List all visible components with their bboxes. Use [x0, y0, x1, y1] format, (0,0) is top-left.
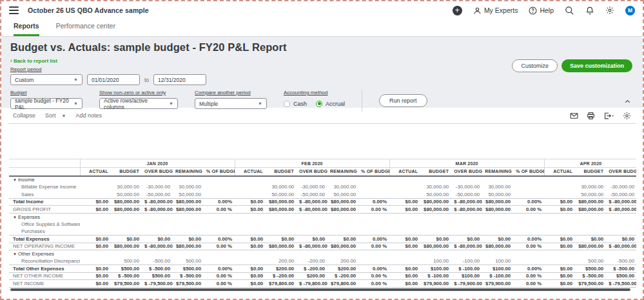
cell: $0.00	[235, 198, 266, 206]
date-from-input[interactable]: 01/01/2020	[87, 74, 140, 85]
cell	[513, 228, 544, 235]
cell: -500.00	[142, 257, 173, 265]
show-nonzero-select[interactable]: Active rows/active columns▼	[99, 98, 178, 109]
row-label[interactable]: ▼Expenses	[9, 213, 80, 221]
table-row: Total Expenses$0.00$0.00$0.00$0.000.00%$…	[9, 235, 636, 243]
cell	[389, 213, 420, 221]
row-label: Total Other Expenses	[9, 265, 80, 273]
tab-performance-center[interactable]: Performance center	[56, 22, 115, 36]
cell: $ -80,000.00	[606, 206, 636, 214]
cell: $0.00	[80, 206, 111, 214]
cell: $80,000.00	[111, 206, 142, 214]
cell: 500.00	[575, 257, 606, 265]
cell	[389, 191, 420, 199]
row-label: Reconciliation Discrepancies	[9, 257, 80, 265]
cell	[544, 250, 575, 258]
header-action-buttons: Customize Save customization	[512, 59, 632, 72]
notifications-bell-icon[interactable]	[585, 6, 594, 15]
quick-create-icon[interactable]: +	[453, 6, 462, 15]
print-icon[interactable]	[587, 112, 595, 120]
cell	[451, 176, 482, 184]
cell: 30,000.00	[482, 183, 513, 191]
cell: $0.00	[297, 235, 327, 243]
cell	[513, 213, 544, 221]
to-label: to	[144, 77, 149, 83]
cell	[111, 213, 142, 221]
cell: $80,000.00	[173, 198, 204, 206]
cell: $80,000.00	[111, 243, 142, 250]
cash-radio[interactable]: Cash	[284, 101, 307, 107]
report-header-region: Budget vs. Actuals: sample budget - FY20…	[1, 37, 643, 108]
export-icon[interactable]	[603, 112, 614, 120]
cell: 100.00	[482, 257, 513, 265]
row-label: Total Income	[9, 198, 80, 206]
row-label[interactable]: ▼Income	[9, 176, 80, 184]
column-header: OVER BUDGET	[451, 168, 482, 176]
cell	[358, 183, 389, 191]
cell: $80,000.00	[420, 206, 451, 214]
chevron-down-icon: ▼	[73, 101, 78, 106]
cell	[235, 191, 266, 199]
table-row: Total Income$0.00$80,000.00$ -80,000.00$…	[9, 198, 636, 206]
cell: $ -80,000.00	[297, 198, 327, 206]
cell: $0.00	[80, 272, 111, 280]
tab-reports[interactable]: Reports	[14, 22, 39, 36]
cell	[266, 221, 297, 228]
save-customization-button[interactable]: Save customization	[561, 59, 632, 72]
column-header: BUDGET	[575, 168, 606, 176]
cell	[173, 228, 204, 235]
cell: $80,000.00	[327, 243, 358, 250]
cell: 0.00%	[513, 198, 544, 206]
cell: 0.00 %	[204, 280, 235, 288]
help-button[interactable]: Help	[529, 6, 554, 15]
settings-gear-icon[interactable]	[605, 6, 614, 15]
table-row: Sales50,000.00-50,000.0050,000.0050,000.…	[9, 191, 636, 199]
cell: 0.00%	[358, 265, 389, 273]
collapse-triangle-icon: ▼	[13, 178, 17, 182]
horizontal-scrollbar[interactable]	[10, 288, 630, 291]
budget-select[interactable]: sample budget - FY20 P&L▼	[10, 98, 83, 109]
cell	[544, 191, 575, 199]
cell	[575, 228, 606, 235]
month-header: APR 2020	[544, 159, 636, 168]
cell: 0.00 %	[358, 243, 389, 250]
add-notes-button[interactable]: Add notes	[75, 112, 102, 119]
my-experts-button[interactable]: My Experts	[473, 6, 518, 15]
cell: 30,000.00	[575, 183, 606, 191]
table-row: ▼Other Expenses	[9, 250, 636, 258]
cell	[204, 221, 235, 228]
cell: 0.00%	[204, 235, 235, 243]
cell: $79,900.00	[482, 280, 513, 288]
report-settings-gear-icon[interactable]	[623, 112, 631, 120]
back-to-report-list-link[interactable]: ‹ Back to report list	[10, 58, 57, 64]
cell	[111, 250, 142, 258]
sort-button[interactable]: Sort▼	[45, 112, 66, 119]
compare-period-label: Compare another period	[195, 90, 251, 95]
cell: $100.00	[451, 272, 482, 280]
compare-period-select[interactable]: Multiple▼	[195, 98, 267, 109]
accrual-radio[interactable]: Accrual	[316, 101, 345, 107]
customize-button[interactable]: Customize	[512, 59, 558, 72]
collapse-filters-chevron-up-icon[interactable]	[624, 98, 631, 105]
row-label[interactable]: ▼Other Expenses	[9, 250, 80, 258]
email-icon[interactable]	[570, 112, 578, 120]
table-row: Office Supplies & Software	[9, 221, 636, 228]
column-header: OVER BUDGET	[297, 168, 327, 176]
period-preset-select[interactable]: Custom▼	[10, 74, 83, 85]
cell: $500.00	[575, 265, 606, 273]
company-name: October 26 US QBO Advance sample	[28, 6, 149, 14]
collapse-rows-button[interactable]: Collapse	[13, 112, 35, 119]
cell	[389, 250, 420, 258]
cell	[327, 221, 358, 228]
run-report-button[interactable]: Run report	[379, 94, 427, 107]
search-icon[interactable]	[565, 6, 574, 15]
cell: 0.00 %	[358, 280, 389, 288]
cell	[266, 213, 297, 221]
table-row: Purchases	[9, 228, 636, 235]
user-avatar[interactable]: M	[625, 6, 635, 15]
help-icon	[529, 6, 537, 15]
cell	[606, 221, 636, 228]
hamburger-menu-icon[interactable]	[9, 6, 19, 14]
date-to-input[interactable]: 12/31/2020	[153, 74, 206, 85]
period-filter-row: Custom▼ 01/01/2020 to 12/31/2020	[10, 74, 634, 85]
